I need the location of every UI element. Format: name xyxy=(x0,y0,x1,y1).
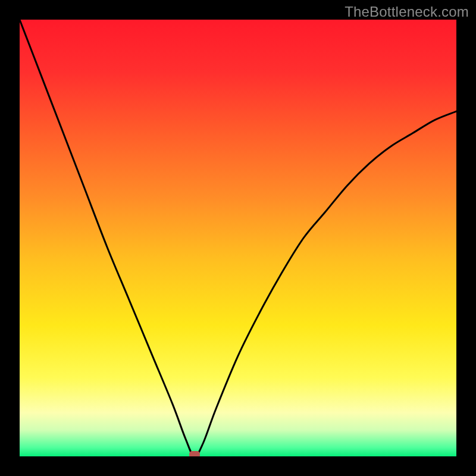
curve-path xyxy=(20,20,456,456)
watermark-text: TheBottleneck.com xyxy=(345,4,469,20)
chart-frame: TheBottleneck.com xyxy=(0,0,476,476)
minimum-marker xyxy=(189,451,200,456)
plot-area xyxy=(20,20,456,456)
bottleneck-curve xyxy=(20,20,456,456)
